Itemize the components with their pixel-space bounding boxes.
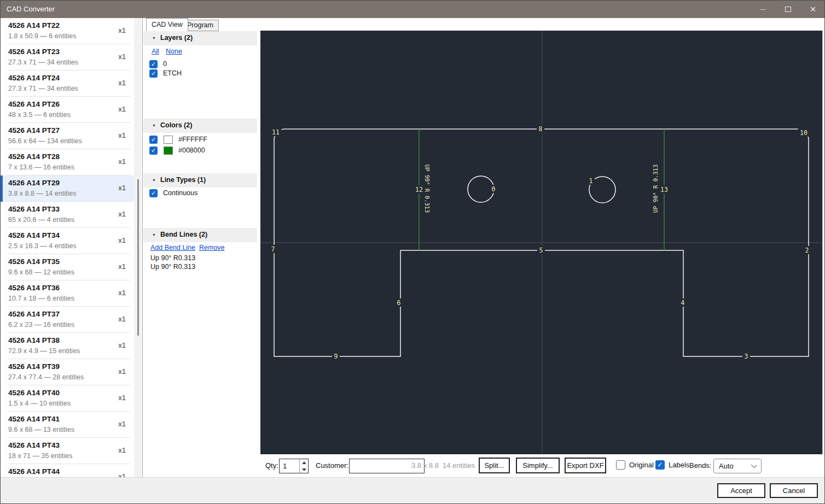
color-swatch	[164, 146, 173, 155]
checkbox-row[interactable]: Continuous	[149, 188, 197, 198]
part-name: 4526 A14 PT37	[8, 310, 60, 318]
minimize-button[interactable]	[750, 1, 775, 18]
part-dims: 9.6 x 68 — 13 entities	[8, 426, 74, 433]
part-qty: x1	[118, 105, 126, 113]
list-item[interactable]: 4526 A14 PT23 27.3 x 71 — 34 entities x1	[1, 44, 135, 71]
part-name: 4526 A14 PT29	[8, 179, 60, 187]
bends-dropdown[interactable]: Auto	[713, 459, 762, 473]
entity-label: 5	[539, 247, 543, 254]
accept-button[interactable]: Accept	[717, 483, 765, 498]
list-item[interactable]: 4526 A14 PT34 2.5 x 16.3 — 4 entities x1	[1, 228, 135, 254]
checkbox-row[interactable]: #FFFFFF	[149, 134, 207, 144]
part-name: 4526 A14 PT35	[8, 257, 60, 266]
layers-section-header[interactable]: ▼ Layers (2)	[143, 31, 257, 45]
part-dims: 2.5 x 16.3 — 4 entities	[8, 242, 76, 250]
up-arrow-icon	[302, 461, 306, 464]
bend-line-entry[interactable]: Up 90° R0.313	[150, 263, 195, 271]
simplify-button[interactable]: Simplify...	[516, 458, 560, 473]
part-name: 4526 A14 PT39	[8, 362, 60, 371]
list-item[interactable]: 4526 A14 PT41 9.6 x 68 — 13 entities x1	[1, 412, 135, 438]
list-item[interactable]: 4526 A14 PT24 27.3 x 71 — 34 entities x1	[1, 71, 135, 97]
list-item[interactable]: 4526 A14 PT27 56.6 x 64 — 134 entities x…	[1, 123, 135, 149]
entity-label: 11	[272, 128, 280, 136]
checkbox-checked-icon[interactable]	[655, 460, 665, 470]
part-dims: 18 x 71 — 35 entities	[8, 452, 72, 460]
checkbox-checked-icon[interactable]	[149, 146, 158, 155]
maximize-icon	[785, 7, 791, 12]
cad-viewport[interactable]: UP 90° R 0.313UP 90° R 0.313118107526493…	[260, 31, 822, 454]
customer-label: Customer:	[316, 461, 348, 470]
split-button[interactable]: Split...	[479, 458, 510, 473]
checkbox-unchecked-icon[interactable]	[616, 460, 625, 470]
maximize-button[interactable]	[775, 1, 800, 18]
part-name: 4526 A14 PT23	[8, 48, 60, 56]
quantity-stepper[interactable]: 1	[279, 459, 309, 473]
line-types-section-header[interactable]: ▼ Line Types (1)	[143, 173, 257, 187]
list-item[interactable]: 4526 A14 PT40 1.5 x 4 — 10 entities x1	[1, 385, 135, 412]
layers-all-link[interactable]: All	[152, 48, 159, 55]
sidebar-scrollbar-thumb[interactable]	[137, 179, 139, 336]
checkbox-checked-icon[interactable]	[149, 60, 158, 68]
part-dims: 1.5 x 4 — 10 entities	[8, 400, 71, 407]
list-item[interactable]: 4526 A14 PT22 1.8 x 50.9 — 6 entities x1	[1, 18, 135, 44]
part-name: 4526 A14 PT36	[8, 284, 60, 292]
layers-none-link[interactable]: None	[166, 48, 182, 55]
part-dims: 27.4 x 77.4 — 28 entities	[8, 373, 84, 381]
part-name: 4526 A14 PT40	[8, 389, 60, 397]
part-qty: x1	[118, 367, 126, 376]
collapse-triangle-icon: ▼	[152, 36, 156, 40]
checkbox-row[interactable]: ETCH	[149, 68, 182, 78]
sidebar-scrollbar[interactable]	[134, 18, 142, 477]
part-name: 4526 A14 PT38	[8, 336, 60, 344]
close-button[interactable]: ✕	[800, 1, 825, 18]
entity-label: 9	[334, 353, 338, 360]
list-item[interactable]: 4526 A14 PT43 18 x 71 — 35 entities x1	[1, 438, 135, 464]
close-icon: ✕	[810, 5, 816, 13]
original-checkbox[interactable]: Original	[616, 460, 654, 470]
bend-line-entry[interactable]: Up 90° R0.313	[150, 254, 195, 262]
entity-count: 14 entities	[443, 461, 475, 470]
cancel-button[interactable]: Cancel	[770, 483, 818, 498]
part-name: 4526 A14 PT34	[8, 231, 60, 239]
canvas-toolbar: Qty: 1 Customer: 3.8 x 8.8 14 entities S…	[260, 454, 825, 477]
add-bend-line-link[interactable]: Add Bend Line	[150, 244, 195, 251]
line-types-title: Line Types (1)	[160, 176, 206, 184]
quantity-value: 1	[283, 462, 287, 470]
title-bar: CAD Converter ✕	[1, 1, 825, 18]
part-qty: x1	[118, 210, 126, 218]
chevron-down-icon	[751, 462, 757, 468]
part-qty: x1	[118, 131, 126, 139]
remove-bend-line-link[interactable]: Remove	[199, 244, 225, 251]
entity-label: 7	[271, 245, 275, 253]
canvas-scrollbar[interactable]	[822, 31, 825, 454]
list-item[interactable]: 4526 A14 PT36 10.7 x 18 — 6 entities x1	[1, 280, 135, 307]
list-item[interactable]: 4526 A14 PT44 x1	[1, 464, 135, 477]
dialog-footer: Accept Cancel	[1, 477, 825, 504]
list-item[interactable]: 4526 A14 PT33 65 x 20.6 — 4 entities x1	[1, 202, 135, 228]
checkbox-row[interactable]: #008000	[149, 145, 205, 155]
part-name: 4526 A14 PT26	[8, 100, 60, 108]
list-item[interactable]: 4526 A14 PT29 3.8 x 8.8 — 14 entities x1	[1, 175, 135, 202]
part-qty: x1	[118, 446, 126, 454]
list-item[interactable]: 4526 A14 PT37 6.2 x 23 — 16 entities x1	[1, 307, 135, 333]
original-label: Original	[629, 461, 654, 469]
list-item[interactable]: 4526 A14 PT28 7 x 13.6 — 16 entities x1	[1, 149, 135, 175]
bend-lines-section-header[interactable]: ▼ Bend Lines (2)	[143, 228, 257, 242]
list-item[interactable]: 4526 A14 PT39 27.4 x 77.4 — 28 entities …	[1, 359, 135, 385]
list-item[interactable]: 4526 A14 PT38 72.9 x 4.9 — 15 entities x…	[1, 333, 135, 359]
checkbox-checked-icon[interactable]	[149, 189, 158, 197]
labels-checkbox[interactable]: Labels	[655, 460, 689, 470]
colors-section-header[interactable]: ▼ Colors (2)	[143, 119, 257, 133]
part-qty: x1	[118, 472, 126, 477]
checkbox-checked-icon[interactable]	[149, 136, 158, 144]
bend-annotation: UP 90° R 0.313	[424, 165, 431, 213]
export-dxf-button[interactable]: Export DXF	[565, 458, 606, 473]
quantity-down-button[interactable]	[300, 466, 309, 473]
checkbox-checked-icon[interactable]	[149, 69, 158, 78]
list-item[interactable]: 4526 A14 PT26 48 x 3.5 — 6 entities x1	[1, 97, 135, 123]
checkbox-row[interactable]: 0	[149, 59, 167, 69]
list-item[interactable]: 4526 A14 PT35 9.6 x 68 — 12 entities x1	[1, 254, 135, 280]
quantity-up-button[interactable]	[300, 459, 309, 466]
checkbox-label: #FFFFFF	[178, 136, 207, 143]
tab-cad-view[interactable]: CAD View	[146, 18, 188, 31]
